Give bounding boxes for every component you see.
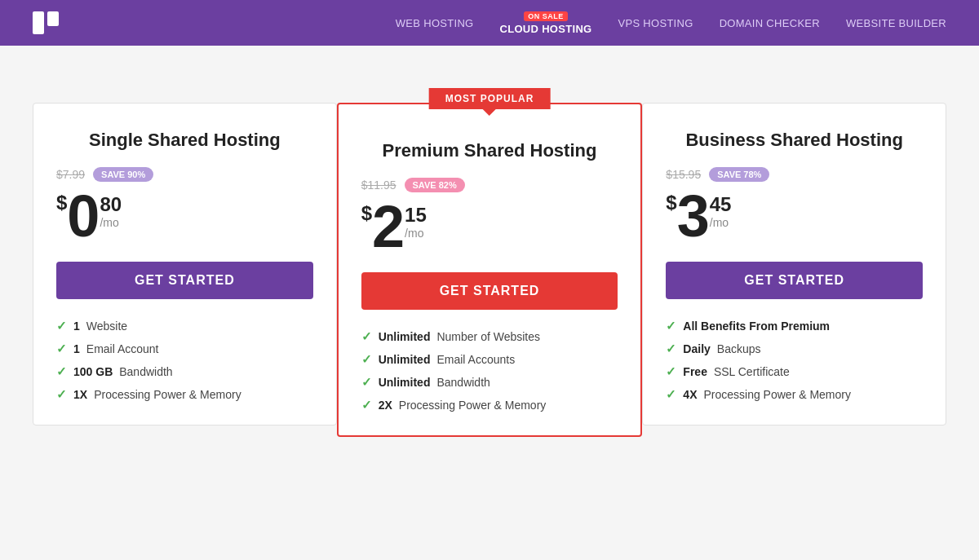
feature-bold: 1 xyxy=(73,320,80,333)
get-started-btn-premium[interactable]: GET STARTED xyxy=(361,272,618,310)
list-item: ✓Free SSL Certificate xyxy=(666,364,923,379)
features-list-premium: ✓Unlimited Number of Websites✓Unlimited … xyxy=(361,329,618,412)
features-list-business: ✓All Benefits From Premium✓Daily Backups… xyxy=(666,319,923,402)
save-badge-business: SAVE 78% xyxy=(709,167,769,182)
price-mo-business: /mo xyxy=(710,216,732,229)
feature-rest: SSL Certificate xyxy=(714,365,790,378)
list-item: ✓Daily Backups xyxy=(666,342,923,356)
check-icon: ✓ xyxy=(666,319,676,333)
original-price-business: $15.95 xyxy=(666,168,701,181)
check-icon: ✓ xyxy=(56,364,67,379)
feature-bold: 1 xyxy=(73,342,80,355)
list-item: ✓Unlimited Number of Websites xyxy=(361,329,618,344)
check-icon: ✓ xyxy=(666,342,676,356)
list-item: ✓Unlimited Email Accounts xyxy=(361,352,618,367)
list-item: ✓1 Website xyxy=(56,319,313,333)
price-cents-business: 45 xyxy=(710,193,732,216)
feature-bold: 100 GB xyxy=(73,365,113,378)
price-cents-mo-premium: 15/mo xyxy=(405,204,427,240)
list-item: ✓100 GB Bandwidth xyxy=(56,364,313,379)
price-display-business: $345/mo xyxy=(666,187,923,245)
check-icon: ✓ xyxy=(666,387,676,402)
price-cents-premium: 15 xyxy=(405,204,427,227)
feature-bold: 4X xyxy=(683,388,697,401)
logo[interactable] xyxy=(33,10,65,36)
list-item: ✓1X Processing Power & Memory xyxy=(56,387,313,402)
check-icon: ✓ xyxy=(56,319,67,333)
price-dollar-single: $ xyxy=(56,192,67,214)
list-item: ✓4X Processing Power & Memory xyxy=(666,387,923,402)
price-row-single: $7.99SAVE 90% xyxy=(56,167,313,182)
check-icon: ✓ xyxy=(666,364,676,379)
feature-rest: Email Accounts xyxy=(436,353,515,366)
save-badge-single: SAVE 90% xyxy=(93,167,153,182)
feature-bold: Free xyxy=(683,365,707,378)
list-item: ✓2X Processing Power & Memory xyxy=(361,398,618,412)
price-dollar-business: $ xyxy=(666,192,676,214)
feature-rest: Processing Power & Memory xyxy=(703,388,851,401)
price-mo-premium: /mo xyxy=(405,227,427,240)
check-icon: ✓ xyxy=(361,352,372,367)
price-row-premium: $11.95SAVE 82% xyxy=(361,178,618,192)
plan-card-premium: MOST POPULARPremium Shared Hosting$11.95… xyxy=(337,103,643,437)
feature-rest: Processing Power & Memory xyxy=(399,399,547,412)
list-item: ✓All Benefits From Premium xyxy=(666,319,923,333)
price-main-single: 0 xyxy=(67,187,100,245)
price-display-premium: $215/mo xyxy=(361,197,618,256)
original-price-premium: $11.95 xyxy=(361,179,396,192)
price-cents-single: 80 xyxy=(100,193,122,216)
nav-link-web-hosting[interactable]: WEB HOSTING xyxy=(396,17,474,29)
original-price-single: $7.99 xyxy=(56,168,85,181)
nav-link-website-builder[interactable]: WEBSITE BUILDER xyxy=(846,17,946,29)
get-started-btn-business[interactable]: GET STARTED xyxy=(666,262,923,299)
feature-rest: Bandwidth xyxy=(436,376,490,389)
feature-rest: Website xyxy=(86,320,127,333)
plan-title-business: Business Shared Hosting xyxy=(666,130,923,151)
check-icon: ✓ xyxy=(56,342,67,356)
plan-card-business: Business Shared Hosting$15.95SAVE 78%$34… xyxy=(642,103,946,426)
feature-rest: Email Account xyxy=(86,342,159,355)
list-item: ✓Unlimited Bandwidth xyxy=(361,375,618,390)
plan-title-single: Single Shared Hosting xyxy=(56,130,313,151)
price-cents-mo-business: 45/mo xyxy=(710,193,732,229)
feature-rest: Bandwidth xyxy=(119,365,172,378)
save-badge-premium: SAVE 82% xyxy=(405,178,465,192)
plan-title-premium: Premium Shared Hosting xyxy=(361,140,618,161)
price-main-business: 3 xyxy=(677,187,710,245)
check-icon: ✓ xyxy=(361,375,372,390)
feature-rest: Backups xyxy=(717,342,761,355)
price-dollar-premium: $ xyxy=(361,202,372,225)
check-icon: ✓ xyxy=(56,387,67,402)
feature-bold: Daily xyxy=(683,342,710,355)
plan-card-single: Single Shared Hosting$7.99SAVE 90%$080/m… xyxy=(33,103,337,426)
feature-rest: Processing Power & Memory xyxy=(94,388,241,401)
most-popular-badge: MOST POPULAR xyxy=(429,88,551,109)
feature-bold: Unlimited xyxy=(379,330,431,343)
check-icon: ✓ xyxy=(361,398,372,412)
nav-link-cloud-hosting[interactable]: CLOUD HOSTING xyxy=(500,23,592,35)
get-started-btn-single[interactable]: GET STARTED xyxy=(56,262,313,299)
nav-links: WEB HOSTINGON SALECLOUD HOSTINGVPS HOSTI… xyxy=(396,11,946,35)
nav-link-vps-hosting[interactable]: VPS HOSTING xyxy=(618,17,693,29)
feature-bold: 1X xyxy=(73,388,87,401)
main-content: Single Shared Hosting$7.99SAVE 90%$080/m… xyxy=(0,46,979,486)
price-row-business: $15.95SAVE 78% xyxy=(666,167,923,182)
features-list-single: ✓1 Website✓1 Email Account✓100 GB Bandwi… xyxy=(56,319,313,402)
plans-container: Single Shared Hosting$7.99SAVE 90%$080/m… xyxy=(33,103,946,437)
nav-link-domain-checker[interactable]: DOMAIN CHECKER xyxy=(720,17,820,29)
price-cents-mo-single: 80/mo xyxy=(100,193,122,229)
feature-bold: All Benefits From Premium xyxy=(683,320,830,333)
feature-rest: Number of Websites xyxy=(436,330,540,343)
on-sale-text: ON SALE xyxy=(524,11,568,21)
nav-badge-cloud-hosting: ON SALECLOUD HOSTING xyxy=(500,11,592,35)
svg-rect-1 xyxy=(47,11,59,26)
feature-bold: Unlimited xyxy=(379,353,431,366)
svg-rect-0 xyxy=(33,11,44,34)
check-icon: ✓ xyxy=(361,329,372,344)
feature-bold: Unlimited xyxy=(379,376,431,389)
logo-icon xyxy=(33,10,59,36)
feature-bold: 2X xyxy=(379,399,392,412)
list-item: ✓1 Email Account xyxy=(56,342,313,356)
price-display-single: $080/mo xyxy=(56,187,313,245)
price-mo-single: /mo xyxy=(100,216,122,229)
